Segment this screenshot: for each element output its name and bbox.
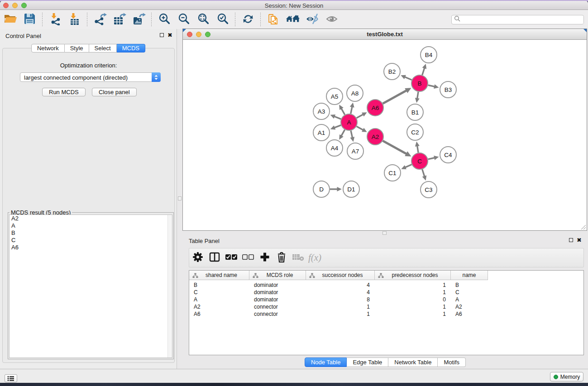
edge-A-A5[interactable] (341, 108, 345, 114)
edge-C-C1[interactable] (405, 165, 412, 168)
graph-node-A3[interactable]: A3 (313, 103, 330, 119)
close-panel-button[interactable]: Close panel (92, 88, 137, 96)
close-table-panel-icon[interactable]: ✖ (577, 238, 582, 243)
open-session-button[interactable] (0, 11, 20, 28)
delete-table-button[interactable] (290, 250, 306, 266)
result-list-item[interactable]: A (10, 222, 172, 229)
graph-node-A8[interactable]: A8 (347, 85, 363, 101)
float-panel-icon[interactable] (160, 33, 164, 37)
function-builder-button[interactable]: f(x) (306, 250, 323, 266)
graph-node-A5[interactable]: A5 (326, 88, 343, 105)
network-window-titlebar[interactable]: testGlobe.txt (183, 29, 587, 40)
graph-node-A2[interactable]: A2 (367, 129, 383, 145)
edge-A-A2[interactable] (357, 126, 363, 130)
graph-node-B2[interactable]: B2 (384, 63, 400, 80)
zoom-fit-button[interactable] (193, 11, 213, 28)
edge-C-C4[interactable] (428, 158, 435, 159)
result-list-item[interactable]: B (10, 229, 172, 237)
graph-node-C3[interactable]: C3 (421, 181, 437, 198)
edge-B-B3[interactable] (428, 85, 435, 86)
table-row-B[interactable]: Bdominator41B (189, 281, 583, 289)
result-list-item[interactable]: A2 (10, 215, 172, 222)
memory-button[interactable]: Memory (550, 372, 583, 381)
tab-motifs[interactable]: Motifs (438, 357, 466, 367)
table-row-C[interactable]: Cdominator41C (189, 289, 583, 296)
graph-node-A[interactable]: A (341, 114, 357, 130)
edge-B-B2[interactable] (405, 77, 412, 80)
show-hidden-button[interactable] (322, 11, 341, 28)
result-list-scrollbar[interactable] (167, 215, 172, 357)
close-panel-icon[interactable]: ✖ (167, 33, 172, 38)
tab-network-table[interactable]: Network Table (388, 357, 438, 367)
export-image-button[interactable] (129, 11, 148, 28)
import-table-button[interactable] (65, 11, 84, 28)
edge-C-C2[interactable] (417, 146, 418, 153)
column-header-successor-nodes[interactable]: successor nodes (306, 271, 375, 280)
show-all-networks-button[interactable] (283, 11, 302, 28)
tab-style[interactable]: Style (65, 44, 89, 52)
import-network-button[interactable] (45, 11, 65, 28)
edge-A-A7[interactable] (351, 131, 353, 138)
delete-column-button[interactable] (273, 250, 290, 266)
column-header-shared-name[interactable]: shared name (189, 271, 249, 280)
column-header-predecessor-nodes[interactable]: predecessor nodes (375, 271, 451, 280)
tab-select[interactable]: Select (89, 44, 117, 52)
graph-node-C4[interactable]: C4 (440, 147, 456, 163)
apply-layout-button[interactable] (238, 11, 258, 28)
table-row-A6[interactable]: A6connector11A6 (189, 310, 583, 318)
zoom-out-button[interactable] (174, 11, 193, 28)
vertical-splitter-handle[interactable] (178, 196, 182, 200)
run-mcds-button[interactable]: Run MCDS (42, 88, 86, 96)
window-resize-grip[interactable] (580, 224, 586, 230)
edge-A-A1[interactable] (334, 125, 341, 128)
mcds-result-list[interactable]: A2ABCA6 (9, 214, 172, 358)
zoom-selected-button[interactable] (213, 11, 232, 28)
graph-node-A1[interactable]: A1 (313, 124, 330, 141)
zoom-in-button[interactable] (154, 11, 174, 28)
graph-node-B1[interactable]: B1 (407, 104, 423, 120)
tab-network[interactable]: Network (31, 44, 65, 52)
search-field[interactable] (451, 15, 584, 24)
edge-A2-C[interactable] (383, 141, 407, 154)
table-row-A[interactable]: Adominator80A (189, 296, 583, 303)
edge-A-A4[interactable] (341, 130, 345, 136)
search-input[interactable] (461, 16, 583, 24)
graph-node-D[interactable]: D (313, 181, 330, 197)
tab-edge-table[interactable]: Edge Table (347, 357, 388, 367)
result-list-item[interactable]: C (10, 237, 172, 244)
tab-mcds[interactable]: MCDS (117, 44, 145, 52)
graph-node-B4[interactable]: B4 (421, 47, 437, 63)
table-options-button[interactable] (189, 250, 206, 266)
export-network-button[interactable] (90, 11, 110, 28)
edge-A-A6[interactable] (357, 114, 363, 118)
select-all-rows-button[interactable] (223, 250, 239, 266)
graph-node-C2[interactable]: C2 (407, 124, 423, 140)
graph-node-B[interactable]: B (411, 75, 428, 91)
task-history-button[interactable] (5, 374, 17, 382)
float-table-panel-icon[interactable] (569, 238, 573, 242)
deselect-all-rows-button[interactable] (239, 250, 256, 266)
save-session-button[interactable] (20, 11, 39, 28)
graph-node-A6[interactable]: A6 (367, 100, 383, 116)
show-column-button[interactable] (206, 250, 223, 266)
column-header-MCDS-role[interactable]: MCDS role (249, 271, 306, 280)
table-row-A2[interactable]: A2connector11A2 (189, 303, 583, 310)
edge-A-A3[interactable] (334, 116, 341, 119)
graph-node-A7[interactable]: A7 (347, 143, 363, 159)
edge-B-B1[interactable] (417, 92, 418, 99)
graph-node-D1[interactable]: D1 (343, 181, 359, 197)
graph-node-A4[interactable]: A4 (326, 140, 343, 156)
duplicate-network-button[interactable] (263, 11, 283, 28)
result-list-item[interactable]: A6 (10, 244, 172, 251)
tab-node-table[interactable]: Node Table (305, 357, 347, 367)
graph-node-C1[interactable]: C1 (384, 165, 401, 181)
hide-selected-button[interactable] (302, 11, 322, 28)
graph-node-B3[interactable]: B3 (440, 81, 456, 98)
create-column-button[interactable] (256, 250, 273, 266)
edge-B-B4[interactable] (422, 68, 425, 75)
edge-C-C3[interactable] (422, 169, 425, 176)
export-table-button[interactable] (110, 11, 129, 28)
edge-A6-B[interactable] (383, 91, 407, 104)
edge-A-A8[interactable] (351, 106, 352, 114)
column-header-name[interactable]: name (451, 271, 488, 280)
